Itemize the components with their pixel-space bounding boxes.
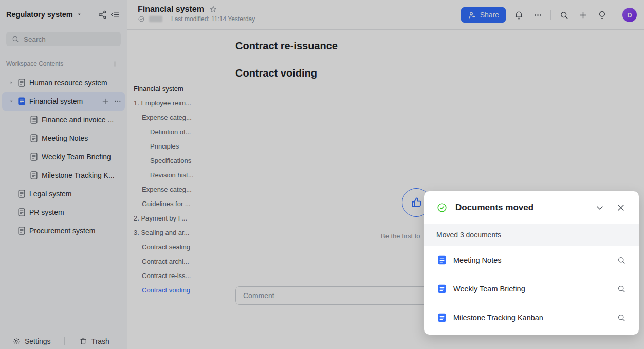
documents-moved-toast: Documents moved Moved 3 documents Meetin…	[424, 191, 639, 335]
moved-document-name: Meeting Notes	[453, 256, 616, 264]
moved-document-row[interactable]: Milestone Tracking Kanban	[424, 303, 639, 332]
toast-summary-bar: Moved 3 documents	[424, 224, 639, 246]
toast-title: Documents moved	[455, 203, 584, 213]
moved-document-name: Milestone Tracking Kanban	[453, 314, 616, 322]
doc-filled-icon	[436, 312, 448, 323]
close-toast-icon[interactable]	[615, 202, 627, 213]
moved-documents-list: Meeting NotesWeekly Team BriefingMilesto…	[424, 246, 639, 332]
locate-document-icon[interactable]	[616, 284, 627, 294]
doc-filled-icon	[436, 283, 448, 295]
locate-document-icon[interactable]	[616, 255, 627, 265]
success-check-icon	[436, 202, 448, 213]
moved-document-row[interactable]: Meeting Notes	[424, 246, 639, 274]
app-window: Regulatory system Search Workspace Conte…	[0, 0, 644, 349]
toast-summary: Moved 3 documents	[436, 231, 501, 239]
moved-document-row[interactable]: Weekly Team Briefing	[424, 274, 639, 303]
locate-document-icon[interactable]	[616, 313, 627, 323]
collapse-toast-chevron-icon[interactable]	[594, 202, 605, 213]
doc-filled-icon	[436, 254, 448, 266]
moved-document-name: Weekly Team Briefing	[453, 285, 616, 293]
